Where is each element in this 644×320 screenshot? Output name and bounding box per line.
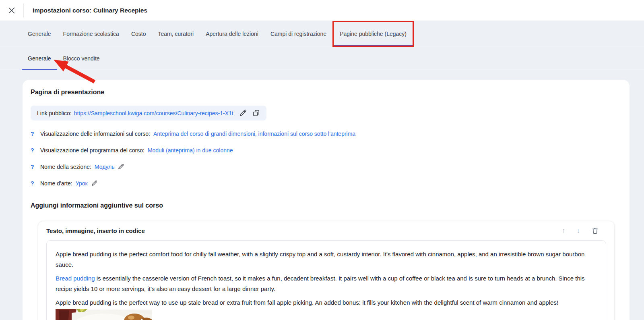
- tab-apertura-delle-lezioni[interactable]: Apertura delle lezioni: [200, 21, 264, 47]
- trash-icon: [591, 227, 599, 235]
- setting-row-section-name: ? Nome della sezione: Модуль: [31, 164, 621, 170]
- bread-pudding-link[interactable]: Bread pudding: [56, 275, 95, 282]
- help-icon[interactable]: ?: [31, 131, 36, 137]
- help-icon[interactable]: ?: [31, 180, 36, 187]
- tab-team-curatori[interactable]: Team, curatori: [152, 21, 200, 47]
- lesson-name-value[interactable]: Урок: [76, 180, 88, 187]
- setting-label: Nome d'arte:: [40, 180, 72, 187]
- content-block-title: Testo, immagine, inserto in codice: [46, 227, 145, 234]
- tab-pagine-pubbliche-legacy[interactable]: Pagine pubbliche (Legacy): [332, 21, 414, 47]
- public-pages-subtabs: Generale Blocco vendite: [0, 47, 644, 70]
- block-paragraph: Apple bread pudding is the perfect way t…: [56, 297, 597, 308]
- public-link-label: Link pubblico:: [37, 110, 72, 116]
- content-block-header: Testo, immagine, inserto in codice ↑ ↓: [46, 227, 606, 235]
- page-title: Impostazioni corso: Culinary Recepies: [33, 7, 147, 14]
- content-block-card: Testo, immagine, inserto in codice ↑ ↓ A…: [38, 221, 614, 320]
- content-image: [56, 309, 152, 320]
- subtab-blocco-vendite[interactable]: Blocco vendite: [57, 47, 106, 70]
- public-link-url[interactable]: https://Sampleschool.kwiga.com/courses/C…: [74, 110, 233, 116]
- header-divider: [23, 4, 24, 17]
- setting-row-program-display: ? Visualizzazione del programma del cors…: [31, 147, 621, 154]
- presentation-page-title: Pagina di presentazione: [31, 89, 621, 96]
- copy-link-button[interactable]: [252, 109, 260, 117]
- block-text-editor[interactable]: Apple bread pudding is the perfect comfo…: [46, 240, 606, 320]
- edit-lesson-name-button[interactable]: [91, 180, 97, 187]
- setting-label: Visualizzazione del programma del corso:: [40, 147, 144, 154]
- additional-info-title: Aggiungi informazioni aggiuntive sul cor…: [31, 202, 621, 209]
- setting-row-course-info-display: ? Visualizzazione delle informazioni sul…: [31, 131, 621, 137]
- close-icon: [8, 7, 15, 14]
- arrow-up-icon: ↑: [562, 227, 566, 235]
- arrow-down-icon: ↓: [577, 227, 580, 235]
- pencil-icon: [118, 164, 124, 170]
- edit-link-button[interactable]: [239, 109, 247, 117]
- block-paragraph: Bread pudding is essentially the cassero…: [56, 273, 597, 294]
- course-settings-tabs: Generale Formazione scolastica Costo Tea…: [0, 21, 644, 47]
- move-down-button[interactable]: ↓: [577, 227, 580, 234]
- edit-section-name-button[interactable]: [118, 164, 124, 170]
- setting-label: Visualizzazione delle informazioni sul c…: [40, 131, 150, 137]
- help-icon[interactable]: ?: [31, 147, 36, 154]
- content-block-tools: ↑ ↓: [562, 227, 606, 235]
- pencil-icon: [239, 109, 247, 117]
- move-up-button[interactable]: ↑: [562, 227, 566, 234]
- pencil-icon: [91, 180, 97, 187]
- course-info-display-value[interactable]: Anteprima del corso di grandi dimensioni…: [153, 131, 355, 137]
- tab-generale[interactable]: Generale: [22, 21, 57, 47]
- public-page-settings-card: Pagina di presentazione Link pubblico: h…: [23, 80, 630, 320]
- delete-block-button[interactable]: [591, 227, 599, 235]
- section-name-value[interactable]: Модуль: [95, 164, 115, 170]
- program-display-value[interactable]: Moduli (anteprima) in due colonne: [148, 147, 233, 154]
- copy-icon: [252, 109, 260, 117]
- modal-header: Impostazioni corso: Culinary Recepies: [0, 0, 644, 21]
- tab-campi-di-registrazione[interactable]: Campi di registrazione: [264, 21, 332, 47]
- block-paragraph-text: is essentially the casserole version of …: [56, 275, 585, 292]
- tab-formazione-scolastica[interactable]: Formazione scolastica: [57, 21, 125, 47]
- block-paragraph: Apple bread pudding is the perfect comfo…: [56, 249, 597, 270]
- tab-costo[interactable]: Costo: [125, 21, 152, 47]
- public-link-pill: Link pubblico: https://Sampleschool.kwig…: [31, 106, 266, 121]
- setting-label: Nome della sezione:: [40, 164, 91, 170]
- subtab-generale[interactable]: Generale: [22, 47, 57, 70]
- help-icon[interactable]: ?: [31, 164, 36, 170]
- close-button[interactable]: [0, 0, 23, 21]
- setting-row-lesson-name: ? Nome d'arte: Урок: [31, 180, 621, 187]
